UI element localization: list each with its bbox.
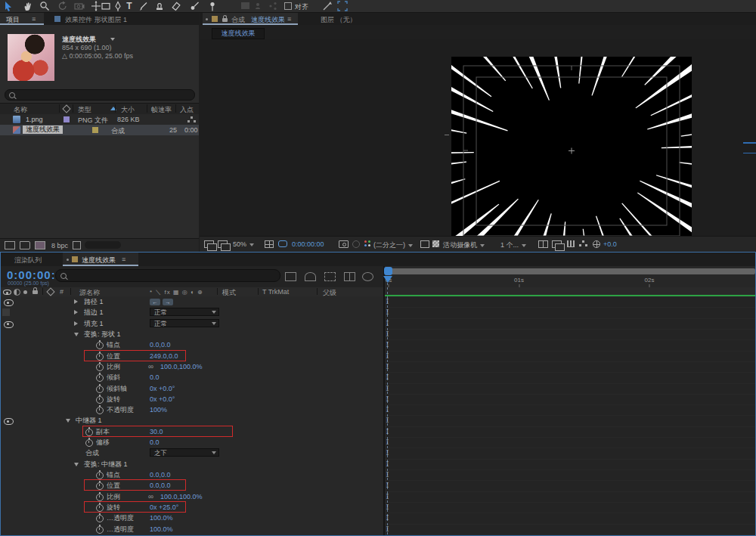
- property-row[interactable]: 变换: 形状 1I: [1, 329, 755, 339]
- people-icon[interactable]: [253, 1, 266, 11]
- property-row[interactable]: 旋转0x +25.0°I: [1, 502, 755, 513]
- comp-breadcrumb-button[interactable]: 速度线效果: [212, 28, 265, 39]
- twirl-icon[interactable]: [74, 321, 78, 326]
- panel-menu-icon[interactable]: ≡: [287, 15, 291, 23]
- project-search-input[interactable]: [5, 89, 195, 101]
- pixel-aspect-icon[interactable]: [538, 240, 548, 248]
- hand-tool-icon[interactable]: [21, 1, 35, 11]
- property-label[interactable]: 锚点: [107, 339, 120, 350]
- twirl-icon[interactable]: [74, 310, 78, 314]
- property-row[interactable]: 锚点0.0,0.0I: [1, 339, 755, 350]
- project-list-header[interactable]: 名称 类型 大小 帧速率 入点: [0, 103, 199, 115]
- path-direction-toggle[interactable]: ←: [150, 299, 160, 305]
- transparency-grid-icon[interactable]: [432, 240, 439, 247]
- project-item-row-selected[interactable]: 速度线效果 合成 25 0:00: [0, 125, 199, 135]
- property-value[interactable]: 100.0,100.0%: [160, 491, 203, 502]
- viewer-canvas[interactable]: [200, 39, 756, 236]
- property-row[interactable]: …透明度100.0%I: [1, 524, 755, 534]
- motion-blur-icon[interactable]: [362, 272, 373, 281]
- path-direction-toggle[interactable]: →: [163, 299, 173, 305]
- mode-dropdown[interactable]: 之下: [150, 448, 219, 457]
- property-row[interactable]: 副本30.0I: [1, 426, 755, 437]
- link-icon[interactable]: ∞: [148, 491, 153, 502]
- tab-effect-controls-label[interactable]: 效果控件 形状图层 1: [65, 15, 127, 25]
- panel-divider[interactable]: [383, 266, 385, 535]
- eye-icon[interactable]: [4, 299, 14, 306]
- selection-tool[interactable]: [2, 1, 15, 11]
- property-row[interactable]: …透明度100.0%I: [1, 513, 755, 523]
- rotate-tool-icon[interactable]: [56, 1, 70, 11]
- group-label[interactable]: 变换: 形状 1: [84, 329, 121, 339]
- work-area-bar[interactable]: [386, 268, 755, 274]
- property-value[interactable]: 100.0,100.0%: [160, 361, 203, 372]
- property-label[interactable]: …透明度: [107, 513, 134, 523]
- property-value[interactable]: 100.0%: [150, 513, 173, 523]
- property-row[interactable]: 变换: 中继器 1I: [1, 459, 755, 469]
- workspace-icon[interactable]: [239, 1, 253, 11]
- group-label[interactable]: 变换: 中继器 1: [84, 459, 128, 469]
- timeline-button-icon[interactable]: [567, 240, 575, 247]
- roto-brush-tool-icon[interactable]: [187, 1, 201, 11]
- resolution-select[interactable]: (二分之一): [373, 240, 413, 250]
- reset-exposure-icon[interactable]: [593, 240, 600, 248]
- time-navigator-handle[interactable]: [384, 267, 392, 275]
- property-row[interactable]: 锚点0.0,0.0I: [1, 469, 755, 480]
- property-label[interactable]: 旋转: [107, 394, 120, 404]
- new-composition-icon[interactable]: [35, 241, 45, 249]
- property-row[interactable]: 旋转0x +0.0°I: [1, 394, 755, 404]
- stopwatch-icon[interactable]: [96, 515, 104, 522]
- property-row[interactable]: 倾斜0.0I: [1, 372, 755, 383]
- property-row[interactable]: 比例∞100.0,100.0%I: [1, 491, 755, 502]
- property-row[interactable]: 不透明度100%I: [1, 404, 755, 415]
- property-label[interactable]: 倾斜: [107, 372, 120, 383]
- show-channel-icon[interactable]: [364, 240, 367, 243]
- snapshot-icon[interactable]: [339, 240, 349, 248]
- stopwatch-icon[interactable]: [96, 364, 104, 371]
- property-row[interactable]: 倾斜轴0x +0.0°I: [1, 383, 755, 394]
- mini-flowchart-icon[interactable]: [285, 272, 296, 281]
- stopwatch-icon[interactable]: [96, 386, 104, 393]
- preview-timecode[interactable]: 0:00:00:00: [292, 240, 324, 248]
- item-label-swatch[interactable]: [92, 127, 98, 133]
- property-value[interactable]: 0x +0.0°: [150, 394, 175, 404]
- property-row[interactable]: 比例∞100.0,100.0%I: [1, 361, 755, 372]
- lock-icon[interactable]: [222, 18, 228, 22]
- property-label[interactable]: 锚点: [107, 469, 120, 480]
- property-value[interactable]: 100.0%: [150, 524, 173, 534]
- type-tool-icon[interactable]: T: [122, 1, 136, 11]
- property-label[interactable]: 不透明度: [107, 404, 134, 415]
- property-value[interactable]: 100%: [150, 404, 167, 415]
- property-row[interactable]: 偏移0.0I: [1, 437, 755, 448]
- time-ruler[interactable]: 0s01s02s: [384, 275, 755, 288]
- eraser-tool-icon[interactable]: [169, 1, 183, 11]
- mode-dropdown[interactable]: 正常: [150, 308, 219, 316]
- property-label[interactable]: 合成: [85, 448, 99, 458]
- property-row[interactable]: 位置0.0,0.0I: [1, 480, 755, 491]
- timeline-search-input[interactable]: [55, 269, 280, 282]
- trash-icon[interactable]: [73, 241, 81, 249]
- grid-guides-icon[interactable]: [265, 240, 274, 248]
- stopwatch-icon[interactable]: [96, 472, 104, 479]
- draft-3d-icon[interactable]: [305, 272, 316, 281]
- stopwatch-icon[interactable]: [96, 407, 104, 414]
- property-row[interactable]: 路径 1←→I: [1, 296, 755, 307]
- frame-blending-icon[interactable]: [344, 272, 355, 281]
- property-row[interactable]: 填充 1正常I: [1, 318, 755, 329]
- property-row[interactable]: 合成之下I: [1, 448, 755, 458]
- new-folder-icon[interactable]: [20, 241, 30, 249]
- panel-menu-icon[interactable]: ≡: [122, 256, 125, 263]
- align-checkbox[interactable]: [284, 2, 292, 10]
- active-camera-select[interactable]: 活动摄像机: [443, 240, 485, 250]
- region-of-interest-icon[interactable]: [420, 240, 429, 248]
- primary-viewer-icon[interactable]: [218, 240, 228, 248]
- mode-dropdown[interactable]: 正常: [150, 319, 219, 327]
- group-label[interactable]: 描边 1: [84, 307, 104, 318]
- show-snapshot-icon[interactable]: [352, 240, 360, 248]
- property-label[interactable]: …透明度: [107, 524, 134, 534]
- property-value[interactable]: 0x +0.0°: [150, 383, 175, 394]
- twirl-icon[interactable]: [66, 419, 70, 423]
- mask-visibility-icon[interactable]: [278, 240, 287, 247]
- stopwatch-icon[interactable]: [96, 526, 104, 534]
- tab-layer-label[interactable]: 图层 （无）: [321, 15, 357, 25]
- stopwatch-icon[interactable]: [96, 494, 104, 501]
